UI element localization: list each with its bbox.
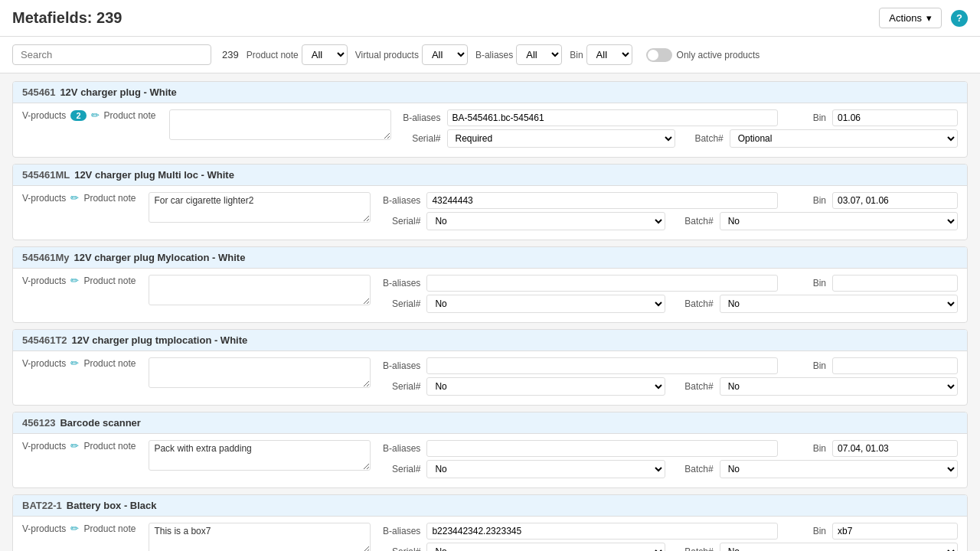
serial-select[interactable]: NoRequiredOptional xyxy=(426,543,665,551)
product-name: Battery box - Black xyxy=(67,500,157,511)
product-note-input[interactable] xyxy=(149,357,371,388)
serial-field-label: Serial# xyxy=(378,216,420,227)
batch-select[interactable]: NoRequiredOptional xyxy=(720,543,958,551)
bin-input[interactable] xyxy=(832,357,958,374)
b-aliases-input[interactable] xyxy=(426,192,778,209)
batch-field-label: Batch# xyxy=(671,381,714,392)
serial-select[interactable]: NoRequiredOptional xyxy=(426,212,665,230)
b-aliases-row: B-aliases Bin xyxy=(378,192,958,209)
serial-batch-row: Serial# NoRequiredOptional Batch# NoRequ… xyxy=(378,460,958,478)
product-id: 456123 xyxy=(22,417,55,429)
batch-select[interactable]: NoRequiredOptional xyxy=(730,129,958,148)
product-note-label: Product note xyxy=(83,276,141,286)
product-header[interactable]: 545461My 12V charger plug Mylocation - W… xyxy=(13,247,967,269)
b-aliases-input[interactable] xyxy=(426,440,778,457)
serial-field-label: Serial# xyxy=(378,546,420,551)
filters-bar: 239 Product note All Virtual products Al… xyxy=(0,37,980,73)
virtual-products-filter: Virtual products All xyxy=(355,44,468,65)
edit-icon[interactable]: ✏ xyxy=(70,440,79,452)
b-aliases-input[interactable] xyxy=(447,109,779,126)
bin-select[interactable]: All xyxy=(586,44,632,65)
v-products-section: V-products 2 ✏ Product note xyxy=(22,109,162,121)
batch-select[interactable]: NoRequiredOptional xyxy=(720,460,958,478)
serial-batch-row: Serial# NoRequiredOptional Batch# NoRequ… xyxy=(378,212,958,230)
edit-icon[interactable]: ✏ xyxy=(70,523,79,534)
v-products-label: V-products xyxy=(22,193,66,204)
product-body: V-products ✏ Product note This is a box7… xyxy=(13,517,967,551)
product-note-label: Product note xyxy=(83,523,141,534)
bin-input[interactable] xyxy=(832,192,958,209)
serial-select[interactable]: NoRequiredOptional xyxy=(426,460,665,478)
product-row: V-products ✏ Product note B-aliases Bin … xyxy=(22,357,958,396)
b-aliases-field-label: B-aliases xyxy=(378,195,420,206)
active-products-toggle[interactable] xyxy=(646,48,672,62)
product-note-select[interactable]: All xyxy=(302,44,348,65)
v-products-label: V-products xyxy=(22,523,66,534)
product-note-input[interactable] xyxy=(149,275,371,305)
v-products-label: V-products xyxy=(22,441,66,452)
b-aliases-field-label: B-aliases xyxy=(399,112,441,123)
page-header: Metafields: 239 Actions ▾ ? xyxy=(0,0,980,37)
active-products-label: Only active products xyxy=(677,50,760,60)
bin-field-label: Bin xyxy=(784,278,826,289)
actions-button[interactable]: Actions ▾ xyxy=(879,8,942,28)
product-name: 12V charger plug - White xyxy=(60,86,176,98)
product-row: V-products ✏ Product note This is a box7… xyxy=(22,523,958,551)
v-products-section: V-products ✏ Product note xyxy=(22,192,141,204)
batch-select[interactable]: NoRequiredOptional xyxy=(720,212,958,230)
product-header[interactable]: 545461 12V charger plug - White xyxy=(13,82,967,103)
count-badge: 239 xyxy=(222,49,239,60)
b-aliases-select[interactable]: All xyxy=(516,44,562,65)
v-products-label: V-products xyxy=(22,110,66,121)
virtual-products-label: Virtual products xyxy=(355,50,419,60)
serial-batch-row: Serial# NoRequiredOptional Batch# NoRequ… xyxy=(378,295,958,313)
virtual-products-select[interactable]: All xyxy=(422,44,468,65)
search-input[interactable] xyxy=(12,44,211,65)
bin-input[interactable] xyxy=(832,275,958,292)
product-header[interactable]: 545461ML 12V charger plug Multi loc - Wh… xyxy=(13,165,967,186)
product-group: 545461My 12V charger plug Mylocation - W… xyxy=(12,246,968,323)
product-body: V-products ✏ Product note B-aliases Bin … xyxy=(13,269,967,322)
edit-icon[interactable]: ✏ xyxy=(70,357,79,369)
product-note-input[interactable]: This is a box7 xyxy=(149,523,371,551)
product-header[interactable]: 545461T2 12V charger plug tmplocation - … xyxy=(13,330,967,351)
product-group: 545461 12V charger plug - White V-produc… xyxy=(12,81,968,158)
batch-select[interactable]: NoRequiredOptional xyxy=(720,295,958,313)
product-note-input[interactable]: Pack with extra padding xyxy=(149,440,371,471)
active-products-toggle-group: Only active products xyxy=(646,48,760,62)
product-header[interactable]: 456123 Barcode scanner xyxy=(13,412,967,434)
page-title: Metafields: 239 xyxy=(12,9,122,27)
serial-field-label: Serial# xyxy=(399,133,441,144)
serial-select[interactable]: NoRequiredOptional xyxy=(426,377,665,396)
batch-select[interactable]: NoRequiredOptional xyxy=(720,377,958,396)
product-note-filter: Product note All xyxy=(247,44,348,65)
v-products-section: V-products ✏ Product note xyxy=(22,357,141,369)
batch-field-label: Batch# xyxy=(671,464,714,474)
b-aliases-input[interactable] xyxy=(426,357,778,374)
product-id: 545461My xyxy=(22,252,69,263)
edit-icon[interactable]: ✏ xyxy=(70,275,79,286)
chevron-down-icon: ▾ xyxy=(926,12,932,24)
b-aliases-row: B-aliases Bin xyxy=(378,440,958,457)
product-row: V-products ✏ Product note For car cigare… xyxy=(22,192,958,230)
bin-field-label: Bin xyxy=(784,195,826,206)
serial-select[interactable]: NoRequiredOptional xyxy=(447,129,675,148)
serial-select[interactable]: NoRequiredOptional xyxy=(426,295,665,313)
help-icon[interactable]: ? xyxy=(951,10,968,27)
product-header[interactable]: BAT22-1 Battery box - Black xyxy=(13,495,967,517)
bin-field-label: Bin xyxy=(784,360,826,371)
b-aliases-input[interactable] xyxy=(426,275,778,292)
edit-icon[interactable]: ✏ xyxy=(70,192,79,204)
bin-input[interactable] xyxy=(832,440,958,457)
bin-input[interactable] xyxy=(832,109,958,126)
b-aliases-input[interactable] xyxy=(426,523,778,540)
batch-field-label: Batch# xyxy=(681,133,724,144)
bin-input[interactable] xyxy=(832,523,958,540)
product-note-input[interactable] xyxy=(169,109,391,140)
edit-icon[interactable]: ✏ xyxy=(91,109,100,121)
serial-field-label: Serial# xyxy=(378,381,420,392)
bin-filter: Bin All xyxy=(570,44,632,65)
product-name: 12V charger plug Mylocation - White xyxy=(74,252,245,263)
b-aliases-field-label: B-aliases xyxy=(378,526,420,536)
product-note-input[interactable]: For car cigarette lighter2 xyxy=(149,192,371,223)
